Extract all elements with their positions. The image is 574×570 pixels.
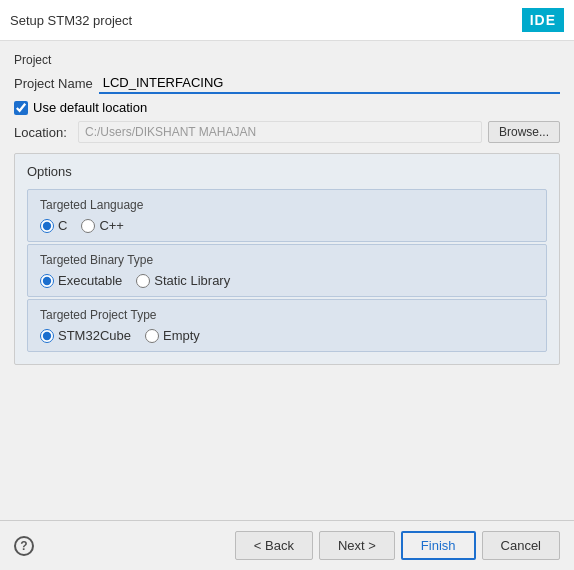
use-default-checkbox[interactable] [14, 101, 28, 115]
project-section: Project Project Name Use default locatio… [14, 53, 560, 143]
project-type-empty-radio[interactable] [145, 329, 159, 343]
project-type-stm32cube-radio[interactable] [40, 329, 54, 343]
binary-group: Targeted Binary Type Executable Static L… [27, 244, 547, 297]
language-c-item: C [40, 218, 67, 233]
use-default-row: Use default location [14, 100, 560, 115]
project-name-input[interactable] [99, 73, 560, 94]
use-default-label: Use default location [33, 100, 147, 115]
footer-left: ? [14, 536, 34, 556]
dialog-title: Setup STM32 project [10, 13, 132, 28]
title-bar: Setup STM32 project IDE [0, 0, 574, 41]
project-type-group: Targeted Project Type STM32Cube Empty [27, 299, 547, 352]
binary-static-label: Static Library [154, 273, 230, 288]
binary-group-title: Targeted Binary Type [40, 253, 534, 267]
language-cpp-label: C++ [99, 218, 124, 233]
location-label: Location: [14, 125, 72, 140]
project-name-label: Project Name [14, 76, 93, 91]
footer-buttons: < Back Next > Finish Cancel [235, 531, 560, 560]
back-button[interactable]: < Back [235, 531, 313, 560]
project-type-empty-label: Empty [163, 328, 200, 343]
browse-button[interactable]: Browse... [488, 121, 560, 143]
language-group-title: Targeted Language [40, 198, 534, 212]
finish-button[interactable]: Finish [401, 531, 476, 560]
main-content: Project Project Name Use default locatio… [0, 41, 574, 520]
binary-static-item: Static Library [136, 273, 230, 288]
project-type-stm32cube-item: STM32Cube [40, 328, 131, 343]
project-type-group-title: Targeted Project Type [40, 308, 534, 322]
next-button[interactable]: Next > [319, 531, 395, 560]
project-type-radio-row: STM32Cube Empty [40, 328, 534, 343]
cancel-button[interactable]: Cancel [482, 531, 560, 560]
help-button[interactable]: ? [14, 536, 34, 556]
binary-executable-label: Executable [58, 273, 122, 288]
binary-radio-row: Executable Static Library [40, 273, 534, 288]
project-section-label: Project [14, 53, 560, 67]
language-cpp-radio[interactable] [81, 219, 95, 233]
options-section: Options Targeted Language C C++ Targeted… [14, 153, 560, 365]
location-path: C:/Users/DIKSHANT MAHAJAN [78, 121, 482, 143]
language-group: Targeted Language C C++ [27, 189, 547, 242]
project-type-empty-item: Empty [145, 328, 200, 343]
binary-executable-radio[interactable] [40, 274, 54, 288]
binary-static-radio[interactable] [136, 274, 150, 288]
ide-logo: IDE [522, 8, 564, 32]
language-cpp-item: C++ [81, 218, 124, 233]
project-name-row: Project Name [14, 73, 560, 94]
language-c-radio[interactable] [40, 219, 54, 233]
project-type-stm32cube-label: STM32Cube [58, 328, 131, 343]
footer: ? < Back Next > Finish Cancel [0, 520, 574, 570]
language-radio-row: C C++ [40, 218, 534, 233]
language-c-label: C [58, 218, 67, 233]
options-section-label: Options [27, 164, 547, 179]
binary-executable-item: Executable [40, 273, 122, 288]
location-row: Location: C:/Users/DIKSHANT MAHAJAN Brow… [14, 121, 560, 143]
